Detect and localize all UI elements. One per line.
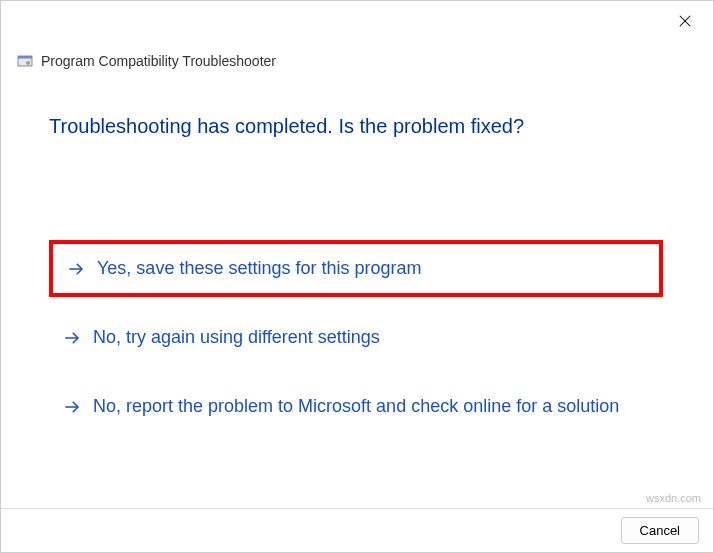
option-no-retry[interactable]: No, try again using different settings xyxy=(49,317,663,358)
window-title: Program Compatibility Troubleshooter xyxy=(41,53,276,69)
option-label: No, report the problem to Microsoft and … xyxy=(93,396,619,417)
svg-point-4 xyxy=(26,61,30,65)
cancel-button[interactable]: Cancel xyxy=(621,517,699,544)
svg-rect-3 xyxy=(18,56,32,59)
close-button[interactable] xyxy=(675,11,695,31)
option-label: Yes, save these settings for this progra… xyxy=(97,258,422,279)
option-yes-save[interactable]: Yes, save these settings for this progra… xyxy=(49,240,663,297)
arrow-right-icon xyxy=(63,329,81,347)
arrow-right-icon xyxy=(67,260,85,278)
footer-bar: Cancel xyxy=(1,508,713,552)
window-header: Program Compatibility Troubleshooter xyxy=(1,1,713,69)
watermark: wsxdn.com xyxy=(646,492,701,504)
option-no-report[interactable]: No, report the problem to Microsoft and … xyxy=(49,386,663,427)
close-icon xyxy=(678,14,692,28)
troubleshooter-icon xyxy=(17,53,33,69)
page-heading: Troubleshooting has completed. Is the pr… xyxy=(49,115,663,138)
arrow-right-icon xyxy=(63,398,81,416)
content-area: Troubleshooting has completed. Is the pr… xyxy=(1,69,713,427)
options-list: Yes, save these settings for this progra… xyxy=(49,248,663,427)
option-label: No, try again using different settings xyxy=(93,327,380,348)
